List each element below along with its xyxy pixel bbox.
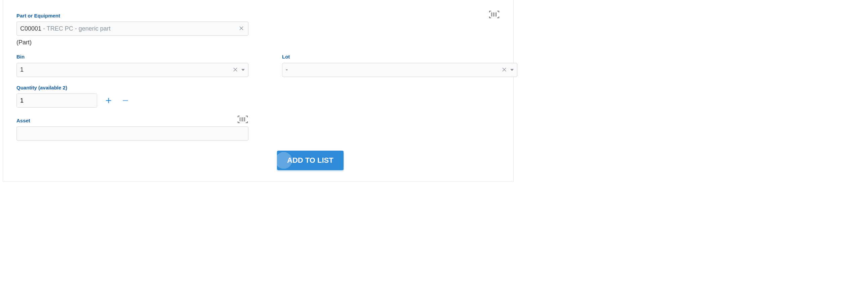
- asset-input[interactable]: [17, 126, 248, 141]
- part-label: Part or Equipment: [17, 12, 60, 19]
- quantity-label: Quantity (available 2): [17, 84, 67, 91]
- quantity-group: pc: [17, 93, 97, 108]
- lot-clear-button[interactable]: [501, 67, 507, 73]
- lot-value: -: [286, 66, 501, 73]
- part-desc: - TREC PC - generic part: [41, 25, 111, 32]
- part-input[interactable]: C00001 - TREC PC - generic part: [17, 22, 248, 36]
- chevron-down-icon: [241, 69, 245, 71]
- part-label-row: Part or Equipment: [17, 10, 500, 19]
- bin-select[interactable]: 1: [17, 63, 248, 77]
- quantity-label-row: Quantity (available 2): [17, 84, 84, 91]
- barcode-icon: [238, 115, 248, 123]
- close-icon: [233, 68, 237, 72]
- close-icon: [239, 26, 243, 30]
- form-card: Part or Equipment C00001 - TREC PC - gen…: [3, 0, 514, 182]
- add-to-list-button[interactable]: ADD TO LIST: [277, 151, 344, 170]
- bin-value: 1: [20, 66, 232, 73]
- bin-label: Bin: [17, 54, 25, 60]
- quantity-increment-button[interactable]: [103, 95, 114, 106]
- part-code: C00001: [20, 25, 41, 32]
- barcode-icon: [489, 10, 499, 19]
- close-icon: [502, 68, 506, 72]
- button-row: ADD TO LIST: [17, 151, 500, 170]
- asset-barcode-button[interactable]: [237, 115, 248, 124]
- part-clear-button[interactable]: [238, 26, 245, 32]
- asset-label-row: Asset: [17, 115, 248, 124]
- part-type-text: (Part): [17, 39, 500, 46]
- part-barcode-button[interactable]: [489, 10, 500, 19]
- add-to-list-label: ADD TO LIST: [287, 156, 334, 164]
- bin-clear-button[interactable]: [232, 67, 239, 73]
- quantity-decrement-button[interactable]: [120, 95, 131, 106]
- quantity-input[interactable]: [17, 94, 97, 107]
- lot-select[interactable]: -: [282, 63, 517, 77]
- plus-icon: [105, 96, 112, 105]
- chevron-down-icon: [510, 69, 514, 71]
- lot-label-row: Lot: [282, 54, 517, 60]
- minus-icon: [122, 96, 129, 105]
- bin-label-row: Bin: [17, 54, 248, 60]
- asset-label: Asset: [17, 117, 30, 124]
- lot-label: Lot: [282, 54, 290, 60]
